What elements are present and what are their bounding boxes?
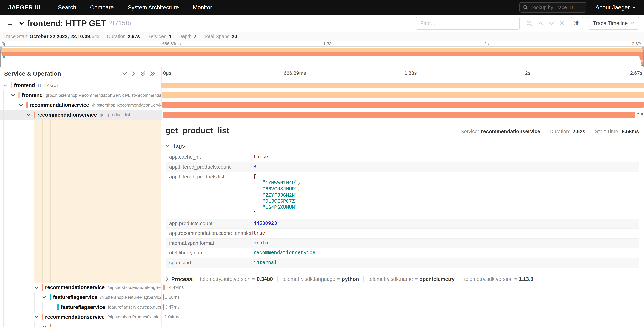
service-operation-header: Service & Operation	[4, 70, 61, 77]
process-item: telemetry.sdk.name=opentelemetry	[364, 276, 459, 282]
trace-view-selector[interactable]: Trace Timeline	[588, 17, 639, 30]
keyboard-shortcuts-button[interactable]: ⌘	[571, 17, 583, 30]
minimap-span	[2, 54, 644, 56]
minimap-canvas[interactable]	[0, 46, 644, 67]
timeline-time-axis: 0μs 666.89ms 1.33s 2s 2.67s	[161, 67, 644, 80]
span-duration-label: 14.49ms	[166, 282, 184, 292]
nav-item-compare[interactable]: Compare	[83, 0, 121, 15]
tags-accordion-header[interactable]: Tags	[166, 142, 639, 149]
process-accordion-header[interactable]: Process: telemetry.auto.version=0.34b0 t…	[166, 276, 639, 282]
span-bar-track[interactable]	[161, 100, 644, 110]
expand-one-level-icon[interactable]	[132, 71, 136, 76]
span-bar[interactable]	[161, 82, 644, 88]
service-color-strip	[50, 324, 51, 327]
row-collapse-chevron[interactable]	[34, 286, 42, 289]
trace-lookup-box[interactable]	[520, 2, 586, 12]
service-color-strip	[42, 314, 43, 320]
trace-lookup-input[interactable]	[530, 4, 583, 10]
trace-duration: Duration2.67s	[107, 34, 140, 39]
span-bar[interactable]	[163, 294, 164, 300]
clear-find-icon[interactable]	[560, 21, 564, 26]
row-collapse-chevron[interactable]	[27, 114, 34, 116]
span-bar[interactable]	[163, 284, 165, 290]
operation-name: /hipstershop.FeatureFlagService…	[108, 285, 161, 290]
span-bar[interactable]	[162, 92, 644, 98]
span-duration-label: 1.04ms	[164, 312, 179, 322]
span-row-partial[interactable]	[0, 322, 644, 327]
span-bar[interactable]	[163, 304, 164, 310]
span-bar-track[interactable]: 3.47ms	[161, 302, 644, 312]
span-bar-track[interactable]: 3.68ms	[161, 292, 644, 302]
operation-name: featureflagservice.repo.query:fe…	[108, 305, 161, 310]
operation-name: /hipstershop.RecommendationService/Lis…	[92, 103, 161, 108]
span-bar-track[interactable]	[161, 80, 644, 90]
trace-services: Services4	[148, 34, 171, 39]
nav-item-monitor[interactable]: Monitor	[186, 0, 219, 15]
row-collapse-chevron[interactable]	[11, 94, 18, 97]
back-button[interactable]: ←	[4, 19, 16, 27]
row-collapse-chevron[interactable]	[42, 296, 50, 299]
minimap-right-scrubber[interactable]	[643, 47, 644, 66]
span-bar[interactable]	[162, 102, 644, 108]
span-row[interactable]: frontend grpc.hipstershop.Recommendation…	[0, 90, 644, 100]
tag-row: app.filtered_products.count 8	[166, 162, 639, 172]
service-color-strip	[26, 102, 28, 108]
row-collapse-chevron[interactable]	[3, 84, 11, 87]
service-name: recommendationservice	[30, 102, 89, 108]
span-row[interactable]: recommendationservice /hipstershop.Recom…	[0, 100, 644, 110]
minimap-span	[0, 48, 644, 50]
collapse-one-level-icon[interactable]	[122, 72, 128, 75]
row-collapse-chevron[interactable]	[19, 104, 26, 106]
span-row[interactable]: frontend HTTP GET	[0, 80, 644, 90]
minimap-span	[3, 56, 5, 58]
service-name: frontend	[14, 82, 35, 88]
about-jaeger-menu[interactable]: About Jaeger	[596, 4, 644, 11]
jaeger-logo[interactable]: JAEGER UI	[0, 4, 51, 11]
trace-id: 2f715fb	[109, 20, 131, 27]
service-color-strip	[34, 112, 35, 118]
span-bar-track[interactable]: 1.04ms	[161, 312, 644, 322]
search-icon	[523, 5, 528, 10]
span-detail-row: get_product_list Service: recommendation…	[0, 120, 644, 282]
span-duration-label: 3.68ms	[165, 292, 180, 302]
timeline-header: Service & Operation 0μs 666.89ms 1.33s 2…	[0, 67, 644, 80]
chevron-down-icon	[632, 6, 636, 9]
trace-title: frontend: HTTP GET	[27, 18, 106, 28]
detail-meta: Service: recommendationservice Duration:…	[460, 128, 639, 134]
span-bar-track[interactable]	[161, 90, 644, 100]
row-collapse-chevron[interactable]	[42, 326, 50, 327]
span-bar[interactable]	[163, 112, 636, 118]
span-bar-track[interactable]: 2.62s	[161, 110, 644, 120]
span-row[interactable]: featureflagservice featureflagservice.re…	[0, 302, 644, 312]
minimap-left-scrubber[interactable]	[0, 47, 1, 66]
process-item: telemetry.sdk.language=python	[277, 276, 363, 282]
span-bar-track[interactable]	[161, 322, 644, 327]
span-row[interactable]: featureflagservice /hipstershop.FeatureF…	[0, 292, 644, 302]
trace-collapse-chevron[interactable]	[19, 21, 25, 25]
next-result-icon[interactable]	[549, 22, 554, 25]
service-color-strip	[18, 92, 20, 98]
trace-summary-bar: Trace StartOctober 22 2022, 22:10:09.543…	[0, 32, 644, 41]
top-nav: JAEGER UI Search Compare System Architec…	[0, 0, 644, 15]
nav-item-system-architecture[interactable]: System Architecture	[121, 0, 186, 15]
service-name: recommendationservice	[45, 314, 105, 320]
expand-all-icon[interactable]	[150, 71, 155, 76]
span-row[interactable]: recommendationservice /hipstershop.Produ…	[0, 312, 644, 322]
row-collapse-chevron[interactable]	[34, 316, 42, 318]
zoom-out-icon[interactable]	[526, 20, 532, 26]
tag-row: internal.span.format proto	[166, 238, 639, 248]
minimap-span	[642, 64, 644, 66]
prev-result-icon[interactable]	[538, 22, 543, 25]
process-item: telemetry.auto.version=0.34b0	[196, 276, 277, 282]
collapse-all-icon[interactable]	[140, 71, 146, 76]
chevron-right-icon	[166, 277, 168, 281]
minimap-time-axis: 0μs 666.89ms 1.33s 2s 2.67s	[0, 41, 644, 46]
minimap-span	[0, 50, 644, 52]
span-row-selected[interactable]: recommendationservice get_product_list 2…	[0, 110, 644, 120]
span-row[interactable]: recommendationservice /hipstershop.Featu…	[0, 282, 644, 292]
span-bar[interactable]	[163, 314, 163, 320]
nav-item-search[interactable]: Search	[51, 0, 83, 15]
find-input[interactable]	[416, 17, 520, 30]
service-name: frontend	[22, 92, 43, 98]
span-bar-track[interactable]: 14.49ms	[161, 282, 644, 292]
